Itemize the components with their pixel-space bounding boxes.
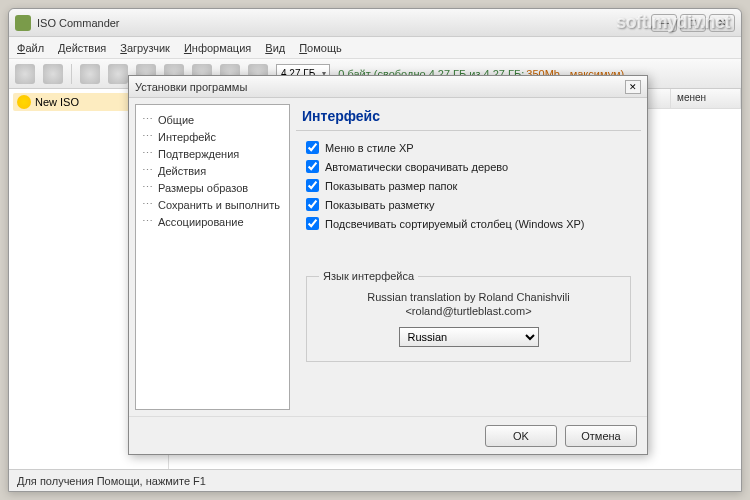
checkbox-show-markup[interactable]	[306, 198, 319, 211]
category-label: Размеры образов	[158, 182, 248, 194]
checkbox-autocollapse[interactable]	[306, 160, 319, 173]
column-changed[interactable]: менен	[671, 89, 741, 108]
tree-dots-icon: ⋯	[142, 147, 154, 160]
toolbar-separator	[71, 64, 72, 84]
dialog-titlebar: Установки программы ✕	[129, 76, 647, 98]
menu-actions[interactable]: Действия	[58, 42, 106, 54]
toolbar-btn-icon[interactable]	[108, 64, 128, 84]
checkbox-list: Меню в стиле XP Автоматически сворачиват…	[296, 141, 641, 230]
checkbox-label: Подсвечивать сортируемый столбец (Window…	[325, 218, 584, 230]
checkbox-label: Автоматически сворачивать дерево	[325, 161, 508, 173]
category-label: Сохранить и выполнить	[158, 199, 280, 211]
checkbox-xp-menu[interactable]	[306, 141, 319, 154]
translator-credit: Russian translation by Roland Chanishvil…	[319, 290, 618, 319]
menu-info[interactable]: Информация	[184, 42, 251, 54]
checkbox-folder-sizes[interactable]	[306, 179, 319, 192]
category-label: Действия	[158, 165, 206, 177]
titlebar: ISO Commander — □ ✕	[9, 9, 741, 37]
toolbar-open-icon[interactable]	[43, 64, 63, 84]
app-icon	[15, 15, 31, 31]
dialog-title: Установки программы	[135, 81, 625, 93]
check-autocollapse: Автоматически сворачивать дерево	[306, 160, 631, 173]
checkbox-highlight-sort[interactable]	[306, 217, 319, 230]
statusbar-text: Для получения Помощи, нажмите F1	[17, 475, 206, 487]
category-list: ⋯Общие ⋯Интерфейс ⋯Подтверждения ⋯Действ…	[135, 104, 290, 410]
check-folder-sizes: Показывать размер папок	[306, 179, 631, 192]
checkbox-label: Показывать разметку	[325, 199, 434, 211]
tree-dots-icon: ⋯	[142, 164, 154, 177]
category-label: Общие	[158, 114, 194, 126]
minimize-button[interactable]: —	[651, 14, 677, 32]
category-interface[interactable]: ⋯Интерфейс	[140, 128, 285, 145]
check-highlight-sort: Подсвечивать сортируемый столбец (Window…	[306, 217, 631, 230]
menubar: Файл Действия Загрузчик Информация Вид П…	[9, 37, 741, 59]
category-label: Подтверждения	[158, 148, 239, 160]
credit-line2: <roland@turtleblast.com>	[319, 304, 618, 318]
dialog-body: ⋯Общие ⋯Интерфейс ⋯Подтверждения ⋯Действ…	[129, 98, 647, 416]
dialog-close-button[interactable]: ✕	[625, 80, 641, 94]
language-legend: Язык интерфейса	[319, 270, 418, 282]
credit-line1: Russian translation by Roland Chanishvil…	[319, 290, 618, 304]
panel-header: Интерфейс	[296, 104, 641, 131]
cancel-button[interactable]: Отмена	[565, 425, 637, 447]
checkbox-label: Показывать размер папок	[325, 180, 457, 192]
category-save-run[interactable]: ⋯Сохранить и выполнить	[140, 196, 285, 213]
dialog-buttons: OK Отмена	[129, 416, 647, 454]
ok-button[interactable]: OK	[485, 425, 557, 447]
window-title: ISO Commander	[37, 17, 648, 29]
toolbar-new-icon[interactable]	[15, 64, 35, 84]
tree-dots-icon: ⋯	[142, 198, 154, 211]
settings-right-panel: Интерфейс Меню в стиле XP Автоматически …	[296, 104, 641, 410]
language-group: Язык интерфейса Russian translation by R…	[296, 270, 641, 362]
category-label: Интерфейс	[158, 131, 216, 143]
maximize-button[interactable]: □	[680, 14, 706, 32]
toolbar-btn-icon[interactable]	[80, 64, 100, 84]
settings-dialog: Установки программы ✕ ⋯Общие ⋯Интерфейс …	[128, 75, 648, 455]
language-select[interactable]: Russian	[399, 327, 539, 347]
tree-dots-icon: ⋯	[142, 130, 154, 143]
tree-dots-icon: ⋯	[142, 181, 154, 194]
checkbox-label: Меню в стиле XP	[325, 142, 414, 154]
category-actions[interactable]: ⋯Действия	[140, 162, 285, 179]
close-button[interactable]: ✕	[709, 14, 735, 32]
category-associations[interactable]: ⋯Ассоциирование	[140, 213, 285, 230]
tree-dots-icon: ⋯	[142, 113, 154, 126]
menu-help[interactable]: Помощь	[299, 42, 342, 54]
statusbar: Для получения Помощи, нажмите F1	[9, 469, 741, 491]
check-xp-menu: Меню в стиле XP	[306, 141, 631, 154]
check-show-markup: Показывать разметку	[306, 198, 631, 211]
category-label: Ассоциирование	[158, 216, 244, 228]
menu-view[interactable]: Вид	[265, 42, 285, 54]
menu-file[interactable]: Файл	[17, 42, 44, 54]
menu-loader[interactable]: Загрузчик	[120, 42, 170, 54]
cd-icon	[17, 95, 31, 109]
tree-item-label: New ISO	[35, 96, 79, 108]
category-confirmations[interactable]: ⋯Подтверждения	[140, 145, 285, 162]
tree-dots-icon: ⋯	[142, 215, 154, 228]
category-general[interactable]: ⋯Общие	[140, 111, 285, 128]
category-image-sizes[interactable]: ⋯Размеры образов	[140, 179, 285, 196]
